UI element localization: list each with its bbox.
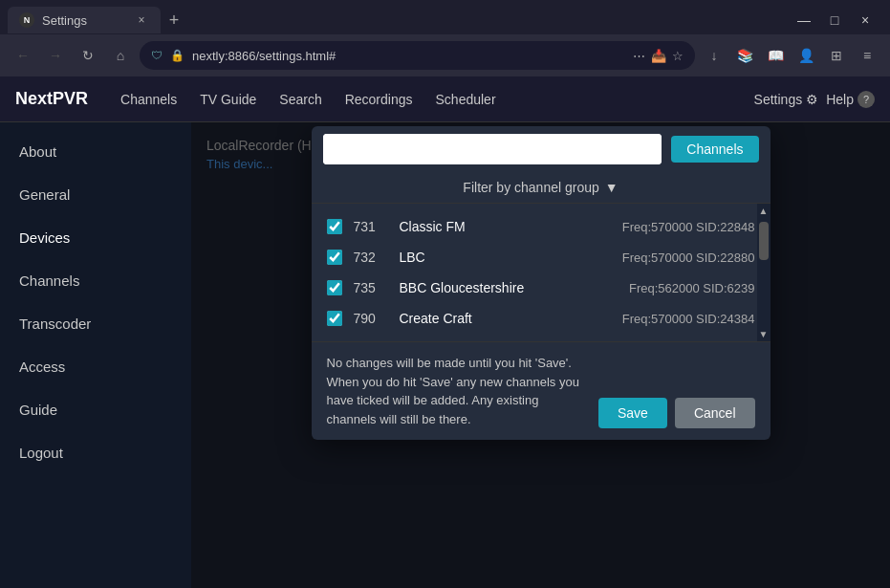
modal-top-bar: Channels: [312, 126, 771, 172]
refresh-button[interactable]: ↻: [75, 42, 101, 69]
filter-label: Filter by channel group: [463, 180, 598, 195]
channel-732-checkbox[interactable]: [327, 250, 342, 265]
nav-right-icons: ↓ 📚 📖 👤 ⊞ ≡: [701, 42, 880, 69]
channel-732-number: 732: [354, 250, 388, 265]
address-text: nextly:8866/settings.html#: [192, 49, 625, 63]
sidebar-item-about[interactable]: About: [0, 130, 191, 173]
channel-790-name: Create Craft: [400, 311, 611, 326]
scroll-down-button[interactable]: ▼: [757, 327, 771, 341]
app-logo: NextPVR: [15, 89, 88, 109]
channel-732-name: LBC: [400, 250, 611, 265]
channel-731-name: Classic FM: [400, 219, 611, 234]
tab-bar: N Settings × + — □ ×: [0, 0, 890, 34]
content-area: LocalRecorder (Hauppauge Win... This dev…: [191, 122, 890, 588]
menu-icon[interactable]: ≡: [854, 42, 880, 69]
nav-recordings[interactable]: Recordings: [336, 86, 423, 113]
sidebar: About General Devices Channels Transcode…: [0, 122, 191, 588]
channel-735-number: 735: [354, 280, 388, 295]
channel-731-number: 731: [354, 219, 388, 234]
sidebar-item-logout[interactable]: Logout: [0, 431, 191, 474]
save-button[interactable]: Save: [598, 398, 667, 428]
help-button[interactable]: Help ?: [826, 91, 875, 108]
scroll-thumb[interactable]: [759, 222, 769, 260]
channel-732-freq: Freq:570000 SID:22880: [622, 250, 755, 265]
home-button[interactable]: ⌂: [107, 42, 134, 69]
nav-right: Settings ⚙ Help ?: [754, 91, 875, 108]
address-icons: ⋯ 📥 ☆: [633, 49, 684, 63]
filter-row: Filter by channel group ▼: [312, 172, 771, 204]
sidebar-item-guide[interactable]: Guide: [0, 388, 191, 431]
app: NextPVR Channels TV Guide Search Recordi…: [0, 76, 890, 588]
cancel-button[interactable]: Cancel: [675, 398, 755, 428]
modal-search-input[interactable]: [323, 134, 662, 164]
more-dots-icon[interactable]: ⋯: [633, 49, 645, 63]
account-icon[interactable]: 👤: [792, 42, 819, 69]
library-icon[interactable]: 📚: [731, 42, 758, 69]
channel-735-freq: Freq:562000 SID:6239: [629, 281, 755, 295]
nav-scheduler[interactable]: Scheduler: [426, 86, 506, 113]
table-row: 731 Classic FM Freq:570000 SID:22848: [312, 211, 771, 242]
notice-buttons: Save Cancel: [598, 398, 755, 428]
notice-area: No changes will be made until you hit 'S…: [312, 341, 771, 440]
tab-close-button[interactable]: ×: [134, 12, 149, 28]
app-nav: NextPVR Channels TV Guide Search Recordi…: [0, 76, 890, 122]
nav-search[interactable]: Search: [270, 86, 331, 113]
pocket-icon[interactable]: 📥: [651, 49, 666, 63]
forward-button[interactable]: →: [42, 42, 69, 69]
scroll-track: ▲ ▼: [757, 204, 771, 341]
table-row: 735 BBC Gloucestershire Freq:562000 SID:…: [312, 272, 771, 303]
settings-button[interactable]: Settings ⚙: [754, 92, 819, 107]
channel-735-checkbox[interactable]: [327, 280, 342, 295]
star-icon[interactable]: ☆: [672, 49, 684, 63]
tab-title: Settings: [42, 13, 87, 28]
address-bar[interactable]: 🛡 🔒 nextly:8866/settings.html# ⋯ 📥 ☆: [140, 41, 695, 70]
download-icon[interactable]: ↓: [701, 42, 727, 69]
notice-text: No changes will be made until you hit 'S…: [327, 354, 587, 428]
back-button[interactable]: ←: [10, 42, 36, 69]
sidebar-item-transcoder[interactable]: Transcoder: [0, 302, 191, 345]
channels-modal: Channels Filter by channel group ▼ 7: [312, 126, 771, 440]
reader-icon[interactable]: 📖: [762, 42, 789, 69]
channel-731-freq: Freq:570000 SID:22848: [622, 220, 755, 234]
lock-icon: 🔒: [170, 49, 185, 62]
settings-icon: ⚙: [806, 92, 818, 107]
modal-overlay: Channels Filter by channel group ▼ 7: [191, 122, 890, 588]
channel-790-checkbox[interactable]: [327, 311, 342, 326]
nav-bar: ← → ↻ ⌂ 🛡 🔒 nextly:8866/settings.html# ⋯…: [0, 34, 890, 76]
window-controls: — □ ×: [791, 7, 882, 33]
main-layout: About General Devices Channels Transcode…: [0, 122, 890, 588]
channel-731-checkbox[interactable]: [327, 219, 342, 234]
channel-list: 731 Classic FM Freq:570000 SID:22848 732…: [312, 204, 771, 341]
browser-chrome: N Settings × + — □ × ← → ↻ ⌂ 🛡 🔒 nextly:…: [0, 0, 890, 76]
browser-tab[interactable]: N Settings ×: [8, 7, 161, 33]
channel-790-number: 790: [354, 311, 388, 326]
nav-channels[interactable]: Channels: [111, 86, 186, 113]
shield-icon: 🛡: [151, 49, 163, 62]
maximize-button[interactable]: □: [821, 7, 848, 33]
close-button[interactable]: ×: [852, 7, 879, 33]
scroll-up-button[interactable]: ▲: [757, 204, 771, 218]
new-tab-button[interactable]: +: [161, 7, 187, 33]
minimize-button[interactable]: —: [791, 7, 817, 33]
sidebar-item-devices[interactable]: Devices: [0, 216, 191, 259]
filter-by-group[interactable]: Filter by channel group ▼: [463, 180, 618, 195]
channels-modal-button[interactable]: Channels: [671, 136, 758, 163]
settings-label: Settings: [754, 92, 803, 107]
table-row: 790 Create Craft Freq:570000 SID:24384: [312, 303, 771, 334]
sidebar-item-general[interactable]: General: [0, 173, 191, 216]
channel-735-name: BBC Gloucestershire: [400, 280, 618, 295]
help-icon: ?: [857, 91, 875, 108]
nav-tv-guide[interactable]: TV Guide: [190, 86, 266, 113]
app-nav-links: Channels TV Guide Search Recordings Sche…: [111, 86, 506, 113]
channel-search-field[interactable]: [323, 134, 662, 164]
help-label: Help: [826, 92, 854, 107]
extensions-icon[interactable]: ⊞: [823, 42, 850, 69]
filter-chevron-icon: ▼: [605, 180, 619, 195]
sidebar-item-channels[interactable]: Channels: [0, 259, 191, 302]
sidebar-item-access[interactable]: Access: [0, 345, 191, 388]
channel-790-freq: Freq:570000 SID:24384: [622, 312, 755, 326]
table-row: 732 LBC Freq:570000 SID:22880: [312, 242, 771, 272]
tab-favicon: N: [19, 12, 34, 28]
